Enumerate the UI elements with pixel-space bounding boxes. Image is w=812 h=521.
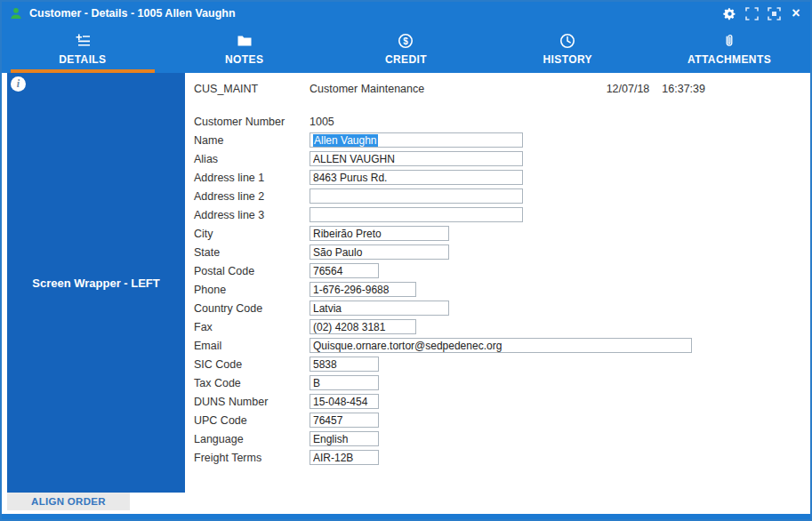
fit-to-screen-icon[interactable] [744,6,759,20]
form-fields: Customer Number1005NameAllen VaughnAlias… [194,112,810,467]
bottom-strip [2,514,810,519]
field-label-freight-terms: Freight Terms [194,452,310,464]
field-input-state[interactable] [310,244,449,260]
field-label-upc-code: UPC Code [194,414,310,427]
tab-notes[interactable]: NOTES [164,25,326,73]
field-row: SIC Code [194,355,810,373]
details-form-icon [75,33,91,49]
screen-wrapper-left-panel: i Screen Wrapper - LEFT [7,73,185,493]
footer: ALIGN ORDER [2,493,810,514]
field-label-name: Name [194,134,310,147]
field-label-tax-code: Tax Code [194,377,310,389]
field-value-customer-number: 1005 [310,116,334,128]
field-label-email: Email [194,340,310,352]
align-order-button[interactable]: ALIGN ORDER [7,493,130,510]
field-row: City [194,224,810,243]
field-input-duns-number[interactable] [310,394,379,409]
info-icon[interactable]: i [11,76,26,92]
field-input-sic-code[interactable] [310,357,379,372]
field-row: Language [194,429,810,448]
field-row: Alias [194,149,810,168]
field-label-country-code: Country Code [194,302,310,315]
field-input-email[interactable] [310,338,692,353]
field-label-sic-code: SIC Code [194,358,310,371]
field-input-name[interactable]: Allen Vaughn [310,132,523,148]
resize-window-icon[interactable] [767,6,781,20]
field-input-country-code[interactable] [310,301,449,316]
titlebar: Customer - Details - 1005 Allen Vaughn × [2,2,810,25]
form-date: 12/07/18 [607,83,650,95]
tab-attachments[interactable]: ATTACHMENTS [648,25,810,73]
field-label-address-line-3: Address line 3 [194,209,310,221]
form-header: CUS_MAINT Customer Maintenance 12/07/18 … [194,80,810,98]
field-input-address-line-1[interactable] [310,170,523,185]
tab-label: HISTORY [543,53,592,66]
customer-person-icon [9,6,23,20]
field-input-alias[interactable] [310,151,523,166]
field-input-postal-code[interactable] [310,263,379,278]
field-label-city: City [194,228,310,240]
form-datetime: 12/07/18 16:37:39 [607,83,705,95]
dollar-circle-icon: $ [398,33,414,49]
close-icon[interactable]: × [789,6,803,20]
field-label-phone: Phone [194,284,310,296]
field-input-language[interactable] [310,431,379,446]
tab-label: NOTES [225,53,263,66]
field-row: Phone [194,280,810,299]
tab-label: CREDIT [385,53,427,66]
form-area: CUS_MAINT Customer Maintenance 12/07/18 … [185,73,810,493]
field-input-city[interactable] [310,226,449,241]
field-input-address-line-2[interactable] [310,188,523,204]
field-label-fax: Fax [194,321,310,333]
field-row: DUNS Number [194,392,810,411]
field-row: Address line 3 [194,205,810,224]
field-row: Freight Terms [194,448,810,467]
clock-icon [559,33,575,49]
titlebar-actions: × [722,6,803,20]
sidebar-label: Screen Wrapper - LEFT [32,277,160,290]
tab-details[interactable]: DETAILS [2,25,164,73]
field-label-customer-number: Customer Number [194,116,310,128]
field-row: Address line 1 [194,168,810,187]
paperclip-icon [721,33,737,49]
field-label-address-line-1: Address line 1 [194,172,310,184]
field-input-freight-terms[interactable] [310,450,379,465]
field-input-address-line-3[interactable] [310,207,523,222]
field-row: UPC Code [194,411,810,429]
field-row: Email [194,336,810,355]
tab-credit[interactable]: $CREDIT [326,25,487,73]
field-input-upc-code[interactable] [310,413,379,428]
field-label-duns-number: DUNS Number [194,396,310,408]
tab-history[interactable]: HISTORY [486,25,648,73]
field-input-tax-code[interactable] [310,375,379,390]
selected-text: Allen Vaughn [313,134,378,147]
program-name: CUS_MAINT [194,83,310,95]
field-row: NameAllen Vaughn [194,131,810,149]
customer-window: Customer - Details - 1005 Allen Vaughn ×… [0,0,812,521]
field-row: Address line 2 [194,187,810,205]
field-label-state: State [194,246,310,259]
tab-bar: DETAILSNOTES$CREDITHISTORYATTACHMENTS [2,25,810,73]
svg-text:$: $ [404,36,409,45]
field-input-fax[interactable] [310,319,416,334]
field-row: Customer Number1005 [194,112,810,131]
field-row: Fax [194,317,810,336]
form-time: 16:37:39 [662,83,705,95]
folder-icon [237,33,253,49]
field-input-phone[interactable] [310,282,416,297]
field-label-postal-code: Postal Code [194,265,310,277]
form-title: Customer Maintenance [310,83,424,95]
field-label-alias: Alias [194,153,310,165]
tab-label: DETAILS [59,53,106,66]
tab-label: ATTACHMENTS [687,53,771,66]
field-row: Country Code [194,299,810,317]
field-label-language: Language [194,433,310,445]
window-title: Customer - Details - 1005 Allen Vaughn [29,7,722,20]
field-label-address-line-2: Address line 2 [194,190,310,203]
settings-gear-icon[interactable] [722,6,736,20]
field-row: Tax Code [194,373,810,392]
field-row: State [194,243,810,261]
field-row: Postal Code [194,261,810,280]
content: i Screen Wrapper - LEFT CUS_MAINT Custom… [2,73,810,493]
